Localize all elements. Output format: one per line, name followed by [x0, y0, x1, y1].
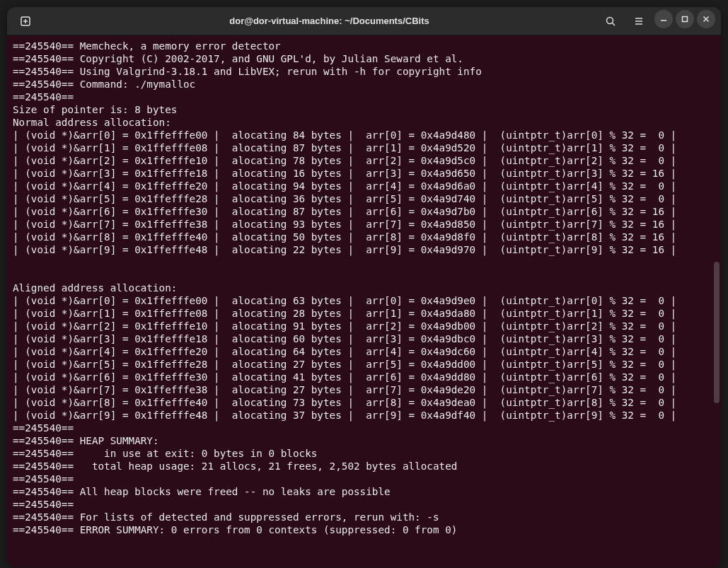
terminal-output[interactable]: ==245540== Memcheck, a memory error dete… — [7, 35, 721, 567]
search-button[interactable] — [599, 10, 622, 33]
maximize-button[interactable] — [676, 10, 694, 28]
minimize-button[interactable] — [654, 10, 673, 28]
close-button[interactable] — [697, 10, 715, 28]
scrollbar[interactable] — [714, 262, 720, 403]
new-tab-button[interactable] — [14, 10, 37, 33]
svg-point-3 — [607, 17, 613, 23]
svg-line-4 — [613, 23, 616, 25]
window-title: dor@dor-virtual-machine: ~/Documents/CBi… — [61, 16, 598, 26]
terminal-window: dor@dor-virtual-machine: ~/Documents/CBi… — [7, 7, 721, 567]
hamburger-menu-button[interactable] — [628, 10, 650, 33]
svg-rect-9 — [683, 16, 688, 21]
titlebar: dor@dor-virtual-machine: ~/Documents/CBi… — [7, 7, 721, 35]
